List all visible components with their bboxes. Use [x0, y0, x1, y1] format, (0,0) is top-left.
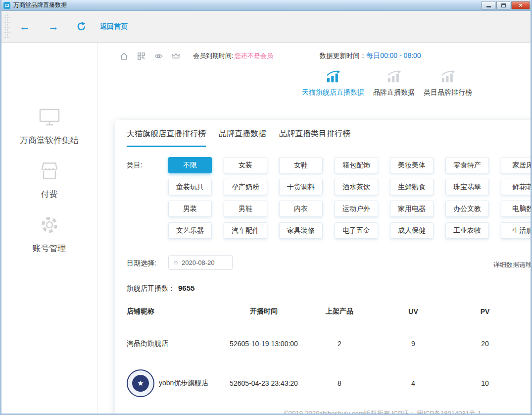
nav-tab-category-brand-ranking[interactable]: 类目品牌排行榜 — [424, 70, 472, 97]
category-button[interactable]: 女鞋 — [279, 157, 323, 173]
live-ranking-table: 店铺昵称 开播时间 上架产品 UV PV 淘品街旗舰店 52605-10-19 … — [127, 300, 532, 404]
member-status[interactable]: 您还不是会员 — [235, 52, 273, 60]
back-button[interactable]: ← — [19, 21, 30, 32]
category-label: 类目: — [127, 157, 168, 244]
category-button[interactable]: 女装 — [224, 157, 267, 173]
tab-brand-live-data[interactable]: 品牌直播数据 — [219, 129, 266, 147]
category-button[interactable]: 家居床 — [501, 157, 532, 173]
category-button[interactable]: 工业农牧 — [445, 222, 489, 239]
date-input[interactable] — [182, 259, 227, 266]
category-button[interactable]: 家用电器 — [390, 201, 434, 217]
category-button[interactable]: 汽车配件 — [224, 222, 267, 239]
pv-value: 10 — [459, 379, 511, 387]
qr-code-icon[interactable] — [137, 52, 145, 60]
calendar-icon — [174, 259, 178, 266]
table-row[interactable]: 淘品街旗舰店 52605-10-19 13:00:00 2 9 20 — [127, 325, 532, 362]
main-nav-tabs: 天猫旗舰店直播数据 品牌直播数据 类目品牌排行榜 — [97, 70, 532, 97]
sidebar-item-label: 万商堂软件集结 — [20, 135, 79, 146]
refresh-button[interactable] — [77, 22, 86, 31]
data-panel: 天猫旗舰店直播排行榜 品牌直播数据 品牌直播类目排行榜 类目: 不限 女装 女鞋… — [115, 120, 532, 415]
column-header-pv: PV — [459, 308, 511, 315]
close-button[interactable]: × — [511, 1, 530, 9]
sidebar-item-label: 账号管理 — [33, 243, 66, 254]
maximize-icon — [501, 3, 506, 7]
data-update-time: 数据更新时间：每日00:00 - 08:00 — [320, 52, 421, 60]
category-button[interactable]: 办公文教 — [445, 201, 489, 217]
category-filter-row: 类目: 不限 女装 女鞋 箱包配饰 美妆美体 零食特产 家居床 童装玩具 孕产奶… — [127, 157, 532, 244]
category-button[interactable]: 孕产奶粉 — [224, 179, 267, 195]
tab-brand-live-category-ranking[interactable]: 品牌直播类目排行榜 — [279, 129, 350, 147]
category-button[interactable]: 生鲜熟食 — [390, 179, 434, 195]
nav-tab-label: 类目品牌排行榜 — [424, 88, 472, 97]
category-button[interactable]: 运动户外 — [335, 201, 378, 217]
crown-icon[interactable] — [172, 52, 180, 60]
column-header-start-time: 开播时间 — [216, 307, 312, 316]
table-header-row: 店铺昵称 开播时间 上架产品 UV PV — [127, 300, 532, 325]
category-button[interactable]: 电脑数 — [501, 201, 532, 217]
status-bar: 会员到期时间: 您还不是会员 数据更新时间：每日00:00 - 08:00 — [97, 43, 532, 60]
products-count: 8 — [312, 379, 367, 387]
column-header-shop-name: 店铺昵称 — [127, 307, 216, 316]
category-grid: 不限 女装 女鞋 箱包配饰 美妆美体 零食特产 家居床 童装玩具 孕产奶粉 干货… — [168, 157, 532, 244]
toolbar-grip[interactable] — [4, 14, 10, 39]
nav-tab-label: 天猫旗舰店直播数据 — [302, 88, 364, 97]
uv-value: 9 — [367, 340, 459, 348]
app-icon — [3, 2, 10, 9]
flagship-count-value: 9655 — [178, 284, 194, 292]
category-button[interactable]: 生活服 — [501, 222, 532, 239]
category-button[interactable]: 不限 — [168, 157, 212, 173]
shop-name: yobn优步旗舰店 — [159, 379, 208, 388]
category-button[interactable]: 电子五金 — [335, 222, 378, 239]
category-button[interactable]: 零食特产 — [445, 157, 489, 173]
category-button[interactable]: 文艺乐器 — [168, 222, 212, 239]
sidebar: 万商堂软件集结 付费 账号管理 — [1, 43, 97, 414]
tab-tmall-flagship-ranking[interactable]: 天猫旗舰店直播排行榜 — [127, 129, 206, 147]
home-icon[interactable] — [120, 52, 128, 60]
gear-icon — [39, 214, 60, 236]
uv-value: 4 — [367, 379, 459, 387]
category-button[interactable]: 男鞋 — [224, 201, 267, 217]
refresh-icon — [77, 22, 86, 31]
category-button[interactable]: 箱包配饰 — [335, 157, 378, 173]
sidebar-item-payment[interactable]: 付费 — [39, 160, 60, 200]
member-expiry-label: 会员到期时间: — [193, 52, 234, 60]
shop-icon — [39, 160, 60, 182]
pv-value: 20 — [459, 340, 511, 348]
eye-icon[interactable] — [154, 52, 163, 60]
category-button[interactable]: 干货调料 — [279, 179, 323, 195]
date-picker[interactable] — [168, 255, 233, 270]
monitor-icon — [39, 106, 60, 128]
category-button[interactable]: 男装 — [168, 201, 212, 217]
start-time: 52605-10-19 13:00:00 — [216, 340, 312, 348]
maximize-button[interactable] — [496, 1, 510, 9]
nav-tab-tmall-live-data[interactable]: 天猫旗舰店直播数据 — [302, 70, 364, 97]
window-title: 万商堂品牌直播数据 — [13, 1, 481, 9]
column-header-products: 上架产品 — [312, 307, 367, 316]
minimize-button[interactable] — [482, 1, 495, 9]
home-link[interactable]: 返回首页 — [100, 22, 128, 31]
category-button[interactable]: 童装玩具 — [168, 179, 212, 195]
start-time: 52605-04-23 23:43:20 — [216, 379, 312, 387]
table-row[interactable]: yobn优步旗舰店 52605-04-23 23:43:20 8 4 10 — [127, 362, 532, 404]
update-time-value: 每日00:00 - 08:00 — [366, 52, 421, 59]
category-button[interactable]: 珠宝翡翠 — [445, 179, 489, 195]
category-button[interactable]: 内衣 — [279, 201, 323, 217]
date-label: 日期选择: — [127, 255, 168, 270]
sidebar-item-label: 付费 — [41, 189, 58, 200]
category-button[interactable]: 酒水茶饮 — [335, 179, 378, 195]
nav-tab-brand-live-data[interactable]: 品牌直播数据 — [373, 70, 415, 97]
sidebar-item-software[interactable]: 万商堂软件集结 — [20, 106, 79, 146]
toolbar: ← → 返回首页 — [1, 11, 531, 43]
sidebar-item-account[interactable]: 账号管理 — [33, 214, 66, 254]
category-button[interactable]: 家具装修 — [279, 222, 323, 239]
category-button[interactable]: 鲜花萌 — [501, 179, 532, 195]
forward-button[interactable]: → — [48, 21, 59, 32]
chart-icon — [386, 70, 402, 84]
window-controls: × — [481, 1, 530, 9]
shop-name: 淘品街旗舰店 — [127, 339, 216, 348]
category-button[interactable]: 美妆美体 — [390, 157, 434, 173]
close-icon: × — [519, 2, 523, 8]
copyright-footer: ©2019-2020zhiboshuju.com版权所有 ICP证： 闽ICP备… — [166, 409, 532, 415]
category-button[interactable]: 成人保健 — [390, 222, 434, 239]
update-time-label: 数据更新时间： — [320, 52, 367, 59]
